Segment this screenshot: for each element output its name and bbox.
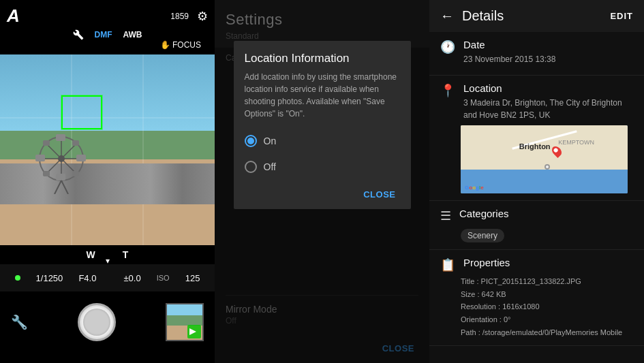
edit-button[interactable]: EDIT: [610, 11, 633, 21]
svg-rect-18: [72, 140, 79, 146]
settings-panel: Settings Standard Camera Information Loc…: [215, 0, 429, 363]
date-value: 23 November 2015 13:38: [463, 53, 555, 65]
radio-off[interactable]: [245, 161, 257, 173]
shutter-button[interactable]: [78, 303, 116, 341]
camera-logo: A: [7, 5, 20, 27]
properties-section: 📋 Properties Title : PICT_20151123_13382…: [429, 250, 644, 346]
location-heading: Location: [463, 82, 633, 94]
focus-label: FOCUS: [160, 40, 201, 50]
shutter-speed: 1/1250: [36, 273, 63, 283]
prop-path: Path : /storage/emulated/0/PlayMemories …: [461, 326, 633, 339]
category-badge[interactable]: Scenery: [461, 229, 504, 242]
buildings-silhouette: [0, 163, 215, 204]
dialog-close-button[interactable]: CLOSE: [356, 185, 402, 204]
exposure: ±0.0: [112, 273, 140, 283]
svg-line-22: [61, 180, 68, 194]
wrench-icon[interactable]: 🔧: [11, 314, 28, 330]
svg-rect-16: [56, 174, 65, 180]
focus-row: FOCUS: [7, 40, 208, 50]
dialog-overlay: Location Information Add location info b…: [215, 0, 429, 363]
shutter-inner: [83, 309, 110, 336]
svg-rect-17: [43, 140, 50, 146]
viewfinder-grid: [0, 54, 215, 245]
map-thumbnail[interactable]: Brighton KEMPTOWN Google: [461, 125, 628, 193]
categories-icon: ☰: [440, 208, 451, 223]
camera-top-icons: 1859 ⚙: [166, 9, 208, 24]
dialog-option-off[interactable]: Off: [234, 154, 411, 180]
ferris-wheel: [34, 133, 89, 194]
back-button[interactable]: ←: [440, 8, 454, 24]
dialog-actions: CLOSE: [234, 180, 411, 209]
properties-list: Title : PICT_20151123_133822.JPG Size : …: [461, 275, 633, 338]
prop-resolution: Resolution : 1616x1080: [461, 300, 633, 313]
option-off-label: Off: [264, 161, 276, 172]
map-city-label: Brighton: [519, 142, 551, 151]
map-dot: [545, 164, 550, 170]
details-header: ← Details EDIT: [429, 0, 644, 32]
focus-box: [61, 95, 102, 129]
details-panel: ← Details EDIT 🕐 Date 23 November 2015 1…: [429, 0, 644, 363]
tool-icon: [73, 29, 84, 40]
svg-rect-14: [35, 155, 45, 161]
battery-count: 1859: [170, 12, 189, 21]
svg-line-21: [55, 180, 61, 194]
categories-heading: Categories: [459, 208, 509, 219]
zoom-bar[interactable]: W T ▾: [0, 245, 215, 264]
categories-section: ☰ Categories Scenery: [429, 201, 644, 250]
svg-rect-13: [56, 134, 65, 141]
dmf-label: DMF: [95, 30, 112, 40]
settings-gear-icon[interactable]: ⚙: [197, 9, 208, 24]
awb-label: AWB: [123, 30, 142, 40]
map-area-label: KEMPTOWN: [558, 139, 594, 146]
svg-rect-15: [76, 155, 86, 161]
video-indicator-icon: [187, 325, 201, 338]
camera-viewfinder[interactable]: [0, 54, 215, 245]
prop-orientation: Orientation : 0°: [461, 313, 633, 326]
location-info-dialog: Location Information Add location info b…: [234, 41, 411, 209]
option-on-label: On: [264, 136, 277, 146]
camera-settings-row: 1/1250 F4.0 ±0.0 ISO 125: [0, 264, 215, 291]
svg-marker-24: [189, 328, 196, 335]
google-logo: Google: [465, 185, 484, 191]
zoom-w-label[interactable]: W: [87, 249, 95, 260]
iso-value: 125: [185, 273, 200, 283]
battery-info: 1859: [166, 12, 189, 21]
camera-topbar: A 1859 ⚙ DMF: [0, 0, 215, 54]
dialog-body: Add location info by using the smartphon…: [234, 71, 411, 128]
properties-heading: Properties: [463, 257, 510, 268]
date-section: 🕐 Date 23 November 2015 13:38: [429, 32, 644, 76]
svg-rect-19: [72, 171, 79, 176]
radio-on[interactable]: [245, 135, 257, 147]
camera-bottom: 🔧: [0, 291, 215, 353]
exposure-value: ±0.0: [123, 273, 140, 283]
zoom-t-label[interactable]: T: [123, 249, 129, 260]
properties-icon: 📋: [440, 257, 455, 272]
details-title: Details: [462, 8, 602, 24]
svg-rect-20: [43, 171, 50, 176]
green-dot: [15, 275, 20, 281]
prop-size: Size : 642 KB: [461, 288, 633, 301]
dialog-option-on[interactable]: On: [234, 128, 411, 154]
zoom-chevron-icon: ▾: [106, 256, 110, 266]
svg-rect-23: [112, 273, 121, 283]
date-heading: Date: [463, 39, 555, 50]
thumbnail-preview[interactable]: [166, 303, 204, 341]
camera-panel: A 1859 ⚙ DMF: [0, 0, 215, 363]
location-section: 📍 Location 3 Madeira Dr, Brighton, The C…: [429, 76, 644, 201]
iso-label: ISO: [157, 274, 170, 282]
clock-icon: 🕐: [440, 40, 455, 54]
prop-title: Title : PICT_20151123_133822.JPG: [461, 275, 633, 288]
location-icon: 📍: [440, 83, 455, 98]
dialog-title: Location Information: [234, 41, 411, 71]
location-value: 3 Madeira Dr, Brighton, The City of Brig…: [463, 97, 633, 121]
aperture: F4.0: [78, 273, 96, 283]
map-water: [461, 170, 628, 193]
